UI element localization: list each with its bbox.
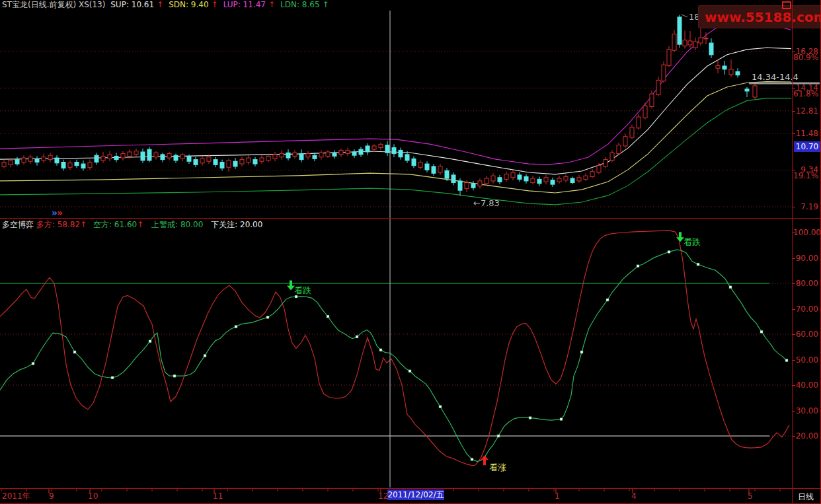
axis-divider — [0, 488, 821, 489]
series-marker — [497, 435, 500, 437]
bull-arrow-icon: ↑ — [80, 220, 87, 229]
candle — [161, 153, 165, 162]
candle — [537, 176, 541, 186]
series-多方 — [0, 231, 789, 466]
candle — [22, 155, 26, 164]
candle — [729, 59, 733, 77]
series-marker — [560, 418, 563, 421]
candle — [688, 31, 692, 48]
candle — [745, 87, 749, 97]
candle — [174, 154, 178, 163]
candle — [544, 175, 548, 184]
candle — [134, 149, 138, 157]
candle — [693, 38, 697, 50]
series-marker — [785, 359, 788, 362]
candle — [699, 26, 703, 46]
candle — [75, 160, 79, 168]
window-glyph-icon[interactable] — [782, 1, 791, 9]
candle — [643, 102, 647, 120]
series-marker — [409, 370, 411, 373]
month-label[interactable]: 4 — [631, 491, 637, 501]
indicator-name[interactable]: 多空博弈 — [2, 220, 34, 229]
fib-percent-label: 61.8% — [793, 90, 818, 98]
series-marker — [295, 295, 297, 298]
month-label[interactable]: 11 — [213, 491, 223, 501]
month-label[interactable]: 1 — [555, 491, 560, 501]
candle — [491, 173, 495, 184]
series-marker — [439, 406, 442, 408]
bearish-signal-label: 看跌 — [294, 285, 311, 295]
candle — [451, 172, 455, 185]
date-highlight: 2011/12/02/五 — [387, 489, 444, 500]
indicator-axis-label: 40.00 — [793, 381, 818, 390]
candle — [286, 149, 290, 161]
series-marker — [73, 351, 76, 353]
candle — [95, 153, 98, 164]
high-pointer-line — [682, 15, 687, 17]
candle — [194, 157, 198, 168]
candle — [200, 156, 204, 165]
candle — [637, 114, 641, 129]
candle — [650, 90, 654, 108]
series-marker — [637, 265, 639, 268]
candle — [214, 157, 217, 168]
candle — [471, 181, 475, 190]
series-marker — [266, 316, 269, 318]
series-marker — [149, 340, 151, 343]
month-label[interactable]: 5 — [748, 491, 753, 501]
candle — [141, 149, 145, 163]
price-highlight: 10.70 — [794, 141, 820, 152]
indicator-axis-label: 70.00 — [793, 305, 818, 314]
candle — [716, 59, 720, 73]
series-marker — [356, 336, 358, 338]
candle — [590, 169, 594, 178]
candle — [187, 155, 191, 164]
candle — [399, 148, 403, 160]
candle — [253, 157, 257, 166]
series-marker — [697, 263, 699, 266]
chart-canvas[interactable]: 18.4314.34-14.4←7.83»»看跌看跌看涨 — [0, 0, 821, 504]
candle — [425, 161, 429, 172]
series-marker — [529, 417, 531, 419]
candle — [412, 156, 416, 168]
candle — [352, 149, 356, 158]
candle — [108, 151, 112, 162]
candle — [319, 150, 323, 159]
month-label[interactable]: 12 — [378, 491, 388, 501]
candle — [617, 143, 621, 155]
candle — [557, 176, 561, 184]
candle — [623, 134, 627, 148]
candle — [372, 144, 376, 152]
month-label[interactable]: 10 — [88, 491, 98, 501]
indicator-axis-label: 90.00 — [793, 254, 818, 263]
stock-app-window: ST宝龙(日线.前复权) XS(13) SUP: 10.61↑SDN: 9.40… — [0, 0, 821, 504]
candle — [385, 141, 389, 156]
candle — [55, 155, 59, 166]
candle — [524, 174, 528, 184]
bull-label: 多方: 58.82 — [36, 220, 80, 229]
period-label[interactable]: 日线 — [798, 491, 814, 503]
candle — [723, 61, 726, 75]
candle — [35, 156, 39, 165]
panel-divider — [0, 218, 821, 219]
year-label: 2011年 — [2, 491, 30, 501]
fib-percent-label: 80.9% — [793, 54, 818, 62]
candle — [61, 160, 65, 171]
candle — [233, 158, 237, 169]
price-axis-label: 7.19 — [793, 203, 818, 211]
candle — [577, 175, 581, 183]
watermark-text: www.55188.com — [705, 9, 821, 25]
candle — [28, 155, 32, 164]
series-marker — [668, 250, 670, 253]
bull-value: 58.82 — [58, 220, 80, 229]
indicator-axis-label: 60.00 — [793, 330, 818, 339]
series-marker — [471, 458, 473, 460]
candle — [346, 148, 350, 157]
bear-label: 空方: 61.60 — [93, 220, 137, 229]
bear-value: 61.60 — [114, 220, 137, 229]
bullish-signal-label: 看涨 — [489, 462, 506, 472]
site-watermark: www.55188.com — [698, 5, 821, 28]
band-line-SDN — [0, 82, 791, 194]
candle — [48, 153, 52, 162]
month-label[interactable]: 9 — [49, 491, 54, 501]
